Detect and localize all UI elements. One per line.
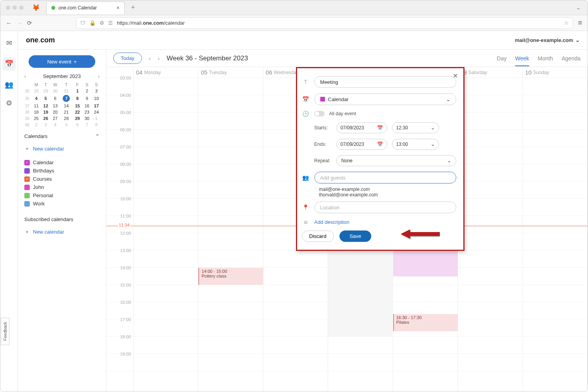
browser-tab[interactable]: one.com Calendar × bbox=[46, 2, 125, 14]
calendar-list-item[interactable]: Birthdays bbox=[23, 167, 101, 175]
mini-cal-day[interactable]: 21 bbox=[60, 109, 73, 115]
mini-cal-day[interactable]: 20 bbox=[51, 109, 60, 115]
event-title-input[interactable] bbox=[314, 76, 456, 88]
calendar-checkbox[interactable]: ✓ bbox=[24, 160, 30, 165]
mini-cal-day[interactable]: 25 bbox=[31, 115, 41, 122]
mini-cal-day[interactable]: 7 bbox=[60, 94, 73, 103]
next-week-icon[interactable]: › bbox=[158, 55, 160, 62]
calendar-select[interactable]: Calendar ⌄ bbox=[314, 93, 456, 105]
new-subscribed-calendar-link[interactable]: +New calendar bbox=[23, 228, 101, 236]
mini-cal-day[interactable]: 17 bbox=[92, 103, 101, 109]
day-column[interactable]: 09Saturday bbox=[458, 67, 523, 392]
mini-cal-day[interactable]: 24 bbox=[92, 109, 101, 115]
bookmark-icon[interactable]: ☆ bbox=[564, 20, 569, 26]
discard-button[interactable]: Discard bbox=[302, 230, 334, 242]
mini-cal-day[interactable]: 18 bbox=[31, 109, 41, 115]
guest-email[interactable]: thorvald@one-example.com bbox=[302, 192, 456, 198]
repeat-select[interactable]: None⌄ bbox=[336, 155, 456, 166]
mini-cal-day[interactable]: 3 bbox=[41, 122, 51, 128]
calendar-list-item[interactable]: ✓ Courses bbox=[23, 175, 101, 183]
hamburger-icon[interactable]: ≡ bbox=[578, 19, 582, 27]
mini-cal-day[interactable]: 29 bbox=[41, 88, 51, 94]
calendar-checkbox[interactable] bbox=[24, 201, 30, 207]
mini-cal-day[interactable]: 1 bbox=[73, 88, 82, 94]
mini-cal-day[interactable]: 8 bbox=[92, 122, 101, 128]
today-button[interactable]: Today bbox=[113, 53, 142, 64]
guest-email[interactable]: mail@one-example.com bbox=[302, 187, 456, 192]
end-time-select[interactable]: 13:00⌄ bbox=[392, 139, 439, 150]
mini-cal-day[interactable]: 28 bbox=[60, 115, 73, 122]
close-modal-icon[interactable]: ✕ bbox=[453, 72, 458, 80]
address-bar[interactable]: 🛡 🔒 ⚙ ☰ https://mail.one.com/calendar ☆ bbox=[76, 17, 573, 29]
location-input[interactable] bbox=[314, 201, 456, 213]
calendar-checkbox[interactable] bbox=[24, 168, 30, 174]
window-controls[interactable] bbox=[0, 5, 29, 10]
mini-cal-day[interactable]: 2 bbox=[82, 88, 92, 94]
mini-cal-day[interactable]: 10 bbox=[92, 94, 101, 103]
view-week[interactable]: Week bbox=[515, 55, 529, 66]
calendar-list-item[interactable]: Work bbox=[23, 200, 101, 208]
mini-cal-day[interactable]: 27 bbox=[51, 115, 60, 122]
calendar-event-pottery[interactable]: 14:00 - 15:00 Pottery class bbox=[198, 268, 263, 285]
mini-cal-day[interactable]: 14 bbox=[60, 103, 73, 109]
mini-cal-day[interactable]: 31 bbox=[60, 88, 73, 94]
calendar-list-item[interactable]: Personal bbox=[23, 191, 101, 200]
view-agenda[interactable]: Agenda bbox=[562, 55, 581, 62]
mini-cal-day[interactable]: 11 bbox=[31, 103, 41, 109]
mail-icon[interactable]: ✉ bbox=[6, 39, 12, 47]
end-date-input[interactable]: 07/09/2023📅 bbox=[336, 139, 387, 150]
mini-cal-day[interactable]: 1 bbox=[92, 115, 101, 122]
mini-cal-day[interactable]: 6 bbox=[73, 122, 82, 128]
save-button[interactable]: Save bbox=[339, 230, 372, 242]
calendar-icon[interactable]: 📅 bbox=[2, 57, 16, 71]
mini-cal-day[interactable]: 2 bbox=[31, 122, 41, 128]
new-event-button[interactable]: New event + bbox=[29, 55, 95, 68]
view-month[interactable]: Month bbox=[538, 55, 553, 62]
settings-icon[interactable]: ⚙ bbox=[6, 99, 12, 107]
start-time-select[interactable]: 12:30⌄ bbox=[392, 122, 439, 133]
calendar-list-item[interactable]: John bbox=[23, 183, 101, 191]
add-guests-input[interactable] bbox=[314, 172, 456, 183]
reload-icon[interactable]: ⟳ bbox=[27, 20, 32, 27]
next-month-icon[interactable]: › bbox=[98, 73, 100, 79]
contacts-icon[interactable]: 👥 bbox=[5, 80, 13, 89]
mini-cal-day[interactable]: 15 bbox=[73, 103, 82, 109]
view-day[interactable]: Day bbox=[497, 55, 506, 62]
back-icon[interactable]: ← bbox=[6, 20, 12, 26]
day-column[interactable]: 10Sunday bbox=[523, 67, 588, 392]
mini-cal-day[interactable]: 12 bbox=[41, 103, 51, 109]
mini-cal-day[interactable]: 3 bbox=[92, 88, 101, 94]
prev-week-icon[interactable]: ‹ bbox=[149, 55, 151, 62]
mini-cal-day[interactable]: 23 bbox=[82, 109, 92, 115]
add-description-link[interactable]: Add description bbox=[314, 219, 350, 225]
mini-cal-day[interactable]: 16 bbox=[82, 103, 92, 109]
mini-cal-day[interactable]: 5 bbox=[60, 122, 73, 128]
prev-month-icon[interactable]: ‹ bbox=[24, 73, 26, 79]
account-menu[interactable]: mail@one-example.com⌄ bbox=[515, 37, 580, 43]
new-tab-button[interactable]: + bbox=[128, 4, 138, 12]
forward-icon[interactable]: → bbox=[16, 20, 22, 26]
mini-cal-day[interactable]: 6 bbox=[51, 94, 60, 103]
mini-cal-day[interactable]: 13 bbox=[51, 103, 60, 109]
mini-cal-day[interactable]: 28 bbox=[31, 88, 41, 94]
mini-cal-day[interactable]: 4 bbox=[31, 94, 41, 103]
day-column[interactable]: 04Monday bbox=[134, 67, 198, 392]
new-calendar-link[interactable]: +New calendar bbox=[23, 145, 101, 153]
mini-cal-day[interactable]: 30 bbox=[82, 115, 92, 122]
mini-cal-day[interactable]: 26 bbox=[41, 115, 51, 122]
calendar-event-pilates[interactable]: 16:30 - 17:30 Pilates bbox=[393, 314, 458, 331]
mini-cal-day[interactable]: 29 bbox=[73, 115, 82, 122]
mini-cal-day[interactable]: 4 bbox=[51, 122, 60, 128]
day-column[interactable]: 05Tuesday bbox=[198, 67, 263, 392]
calendar-checkbox[interactable] bbox=[24, 185, 30, 190]
start-date-input[interactable]: 07/09/2023📅 bbox=[336, 122, 387, 133]
collapse-icon[interactable]: ⌃ bbox=[95, 133, 100, 139]
close-tab-icon[interactable]: × bbox=[116, 5, 120, 11]
mini-cal-day[interactable]: 8 bbox=[73, 94, 82, 103]
all-day-toggle[interactable] bbox=[314, 111, 325, 116]
mini-cal-day[interactable]: 7 bbox=[82, 122, 92, 128]
mini-cal-day[interactable]: 19 bbox=[41, 109, 51, 115]
tabs-dropdown-icon[interactable]: ⌄ bbox=[569, 5, 588, 11]
mini-cal-day[interactable]: 5 bbox=[41, 94, 51, 103]
mini-cal-day[interactable]: 30 bbox=[51, 88, 60, 94]
